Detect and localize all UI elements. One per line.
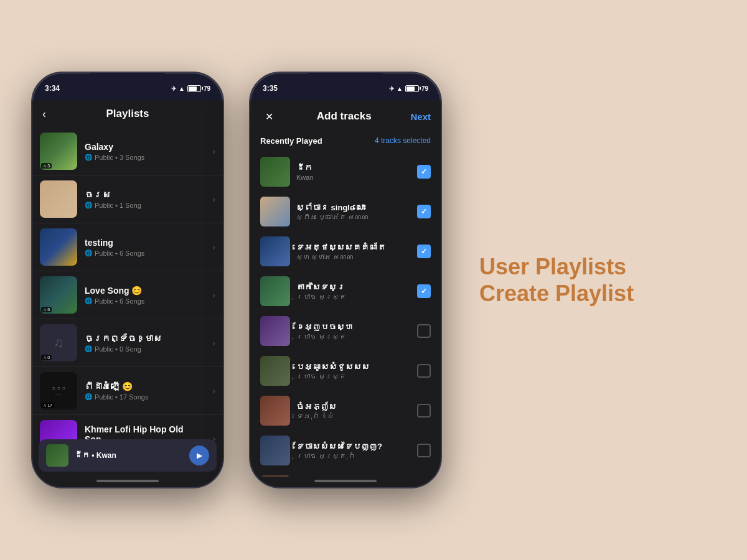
battery-percent-right: 79	[421, 85, 428, 92]
track-artist: ស្ពីអ ប្ចោអ័ត សណណ	[296, 213, 411, 221]
track-item[interactable]: ខែអ្ញបចស្ហ ប្រាច សស្ត្រ	[250, 311, 441, 351]
globe-icon: 🌐	[85, 154, 92, 161]
track-checkbox[interactable]	[417, 205, 431, 218]
playlist-info: Love Song 😊 🌐 Public • 6 Songs	[85, 286, 205, 305]
list-item[interactable]: ១ ១ ១...... ♫ 17 ពីដាអំឡើ 😊 🌐 Public • 1…	[32, 367, 223, 415]
home-indicator-right	[314, 480, 377, 482]
track-artist: ប្រាច សស្ត្រ	[296, 373, 411, 380]
track-title: តាក់សៃទសូរ	[296, 282, 411, 292]
track-artist: ទេអ,ពំ ខំសំ	[296, 413, 411, 420]
track-artist: ប្រាច សស្ត្រ	[296, 293, 411, 301]
track-title: ដីក	[296, 163, 411, 172]
chevron-right-icon: ›	[212, 194, 215, 204]
playlist-info: ពីដាអំឡើ 😊 🌐 Public • 17 Songs	[85, 381, 205, 401]
track-title: បេអ្ណូសសំជូសសស	[296, 362, 411, 371]
playlist-meta: 🌐 Public • 6 Songs	[85, 250, 205, 257]
playlist-name: Love Song 😊	[85, 286, 205, 296]
playlist-name: ពីដាអំឡើ 😊	[85, 381, 205, 391]
add-tracks-title: Add tracks	[317, 110, 372, 123]
battery-fill-left	[189, 86, 197, 91]
battery-fill-right	[406, 86, 415, 91]
promo-line1: User Playlists	[479, 253, 626, 280]
promo-line2: Create Playlist	[479, 280, 634, 307]
playlist-visibility: Public • 3 Songs	[95, 154, 144, 161]
thumb-badge: ♫ 17	[41, 403, 54, 408]
chevron-right-icon: ›	[212, 386, 215, 396]
track-title: ស្ព័ចាន single សោះ	[296, 203, 411, 212]
track-checkbox[interactable]	[417, 404, 431, 418]
track-item[interactable]: បេអ្ណូសសំជូសសស ប្រាច សស្ត្រ	[250, 351, 441, 391]
playlist-meta: 🌐 Public • 17 Songs	[85, 393, 205, 401]
playlist-info: ចរស 🌐 Public • 1 Song	[85, 190, 205, 209]
back-button[interactable]: ‹	[42, 108, 46, 121]
battery-percent-left: 79	[204, 85, 210, 92]
thumb-badge: ♫ 0	[41, 355, 52, 360]
track-item[interactable]: ស្ព័ចាន single សោះ ស្ពីអ ប្ចោអ័ត សណណ	[250, 192, 441, 231]
track-info: ស្ព័ចាន single សោះ ស្ពីអ ប្ចោអ័ត សណណ	[296, 203, 411, 221]
track-title: ទែចាសសំសសទៃបញ្ញ?	[296, 442, 411, 451]
battery-icon-right	[405, 85, 419, 92]
notch-left	[90, 73, 165, 90]
status-icons-left: ✈ ▲ 79	[171, 85, 210, 92]
track-checkbox[interactable]	[417, 324, 431, 338]
playlist-visibility: Public • 0 Song	[95, 345, 141, 353]
list-item[interactable]: ♫ 3 Galaxy 🌐 Public • 3 Songs ›	[32, 128, 223, 175]
playlist-meta: 🌐 Public • 1 Song	[85, 202, 205, 209]
list-item[interactable]: ♫ ♫ 0 ចក្រព្ទ័ចខ្មាស 🌐 Public • 0 Song ›	[32, 319, 223, 367]
mini-player: ដីក • Kwan ▶	[39, 439, 217, 472]
mini-player-thumb	[46, 444, 68, 467]
next-button[interactable]: Next	[410, 111, 431, 122]
track-checkbox[interactable]	[417, 444, 431, 457]
track-checkbox[interactable]	[417, 245, 431, 258]
chevron-right-icon: ›	[212, 338, 215, 348]
playlist-info: ចក្រព្ទ័ចខ្មាស 🌐 Public • 0 Song	[85, 334, 205, 353]
playlist-thumb-love: ♫ 6	[40, 276, 77, 314]
time-left: 3:34	[45, 84, 60, 93]
track-item[interactable]: ចំអភ្ញ័ស ទេអ,ពំ ខំសំ	[250, 391, 441, 431]
playlist-name: ចរស	[85, 190, 205, 200]
track-title: ចំអភ្ញ័ស	[296, 402, 411, 411]
globe-icon: 🌐	[85, 202, 92, 208]
globe-icon: 🌐	[85, 297, 92, 304]
track-item[interactable]: ទែចាសសំសសទៃបញ្ញ? ប្រាច សស្ត្រ,ពំ	[250, 431, 441, 470]
track-thumb	[260, 197, 290, 226]
promo-text: User Playlists Create Playlist	[479, 253, 634, 307]
track-thumb	[260, 276, 290, 306]
track-item[interactable]: មុចសញ្ហាសសំសសស ទេអ,ពំ ខំសំ	[250, 470, 441, 477]
track-item[interactable]: ដីក Kwan	[250, 152, 441, 192]
globe-icon: 🌐	[85, 393, 92, 400]
playlist-thumb-testing	[40, 228, 77, 266]
track-checkbox[interactable]	[417, 364, 431, 378]
globe-icon: 🌐	[85, 345, 92, 352]
close-button[interactable]: ✕	[260, 108, 278, 125]
track-artist: Kwan	[296, 174, 411, 181]
track-checkbox[interactable]	[417, 165, 431, 179]
track-list[interactable]: ដីក Kwan ស្ព័ចាន single សោះ ស្ពីអ ប្ចោអ័…	[250, 152, 441, 477]
tracks-selected-count: 4 tracks selected	[375, 136, 431, 146]
track-checkbox[interactable]	[417, 284, 431, 298]
track-info: ទែចាសសំសសទៃបញ្ញ? ប្រាច សស្ត្រ,ពំ	[296, 442, 411, 460]
track-thumb	[260, 436, 290, 465]
thumb-badge: ♫ 3	[41, 163, 52, 169]
playlist-visibility: Public • 6 Songs	[95, 297, 144, 305]
playlist-visibility: Public • 6 Songs	[95, 250, 144, 257]
track-item[interactable]: ទេអត្ថស្សសគគំណ័ត ស្ហ ស្ហាអ សណណ	[250, 231, 441, 271]
wifi-icon-right: ▲	[397, 85, 403, 92]
list-item[interactable]: ចរស 🌐 Public • 1 Song ›	[32, 175, 223, 223]
track-info: ដីក Kwan	[296, 163, 411, 181]
play-button[interactable]: ▶	[189, 446, 209, 465]
track-item[interactable]: តាក់សៃទសូរ ប្រាច សស្ត្រ	[250, 271, 441, 311]
playlists-title: Playlists	[106, 108, 149, 120]
header-right: ✕ Add tracks Next	[250, 100, 441, 133]
track-thumb	[260, 236, 290, 266]
playlist-name: testing	[85, 238, 205, 248]
list-item[interactable]: testing 🌐 Public • 6 Songs ›	[32, 223, 223, 271]
status-icons-right: ✈ ▲ 79	[389, 85, 428, 92]
playlist-list[interactable]: ♫ 3 Galaxy 🌐 Public • 3 Songs › ចរស	[32, 128, 223, 446]
track-title: ទេអត្ថស្សសគគំណ័ត	[296, 243, 411, 252]
thumb-badge: ♫ 6	[41, 307, 52, 312]
list-item[interactable]: ♫ 6 Love Song 😊 🌐 Public • 6 Songs ›	[32, 271, 223, 319]
track-info: តាក់សៃទសូរ ប្រាច សស្ត្រ	[296, 282, 411, 301]
track-info: ចំអភ្ញ័ស ទេអ,ពំ ខំសំ	[296, 402, 411, 420]
track-artist: ប្រាច សស្ត្រ,ពំ	[296, 452, 411, 460]
